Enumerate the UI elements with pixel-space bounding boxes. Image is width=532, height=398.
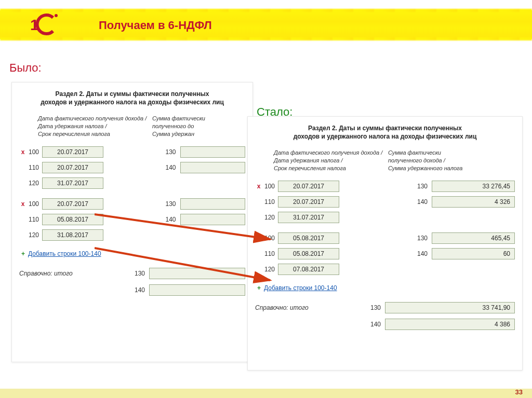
line-code: 100 — [262, 235, 278, 242]
date-field[interactable]: 05.08.2017 — [278, 232, 339, 244]
date-field[interactable]: 05.08.2017 — [42, 214, 103, 225]
line-code: 100 — [262, 183, 278, 190]
add-rows-link-now[interactable]: + Добавить строки 100-140 — [257, 284, 515, 292]
form-row: 11020.07.20171404 326 — [255, 195, 515, 209]
delete-x-icon[interactable]: x — [255, 235, 262, 242]
label-was: Было: — [9, 61, 42, 75]
line-code: 120 — [26, 231, 42, 239]
line-code: 100 — [26, 200, 42, 208]
column-headers-now: Дата фактического получения дохода / Дат… — [274, 149, 515, 172]
form-row: x10020.07.2017130 — [19, 145, 245, 159]
form-row: 12031.08.2017 — [19, 228, 245, 242]
date-field[interactable]: 05.08.2017 — [278, 248, 339, 259]
header: 1 Получаем в 6-НДФЛ — [0, 5, 532, 44]
line-code: 120 — [262, 266, 278, 273]
date-field[interactable]: 20.07.2017 — [42, 162, 103, 173]
row-block: x10005.08.2017130465,4511005.08.20171406… — [255, 231, 515, 276]
line-code: 110 — [26, 216, 42, 223]
column-headers-was: Дата фактического получения дохода / Дат… — [38, 115, 245, 138]
delete-x-icon[interactable]: x — [19, 148, 26, 156]
amount-field[interactable] — [180, 214, 246, 225]
date-field[interactable]: 31.07.2017 — [42, 177, 103, 189]
amount-field[interactable]: 465,45 — [432, 232, 515, 244]
form-row: x10020.07.201713033 276,45 — [255, 180, 515, 193]
row-block: x10020.07.201713033 276,4511020.07.20171… — [255, 180, 515, 224]
date-field[interactable]: 31.08.2017 — [42, 229, 103, 241]
line-code-right: 140 — [411, 250, 432, 257]
plus-icon: + — [257, 284, 261, 292]
line-code: 120 — [262, 214, 278, 221]
form-row: 11005.08.2017140 — [19, 213, 245, 226]
form-row: 11005.08.201714060 — [255, 247, 515, 260]
date-field[interactable]: 20.07.2017 — [278, 196, 339, 208]
panel-was: Раздел 2. Даты и суммы фактически получе… — [11, 82, 253, 362]
amount-field[interactable]: 60 — [432, 248, 515, 259]
row-block: x10020.07.201713011020.07.201714012031.0… — [19, 145, 245, 190]
section-title-now: Раздел 2. Даты и суммы фактически получе… — [255, 124, 515, 141]
page-number: 33 — [515, 388, 523, 396]
plus-icon: + — [21, 250, 25, 257]
form-row: 12007.08.2017 — [255, 263, 515, 276]
footer-bar — [0, 389, 532, 398]
delete-x-icon[interactable]: x — [255, 183, 262, 190]
row-block: x10020.07.201713011005.08.201714012031.0… — [19, 197, 245, 242]
line-code-right: 130 — [159, 200, 180, 208]
section-title-was: Раздел 2. Даты и суммы фактически получе… — [19, 90, 245, 106]
line-code: 110 — [262, 250, 278, 257]
line-code: 110 — [26, 164, 42, 171]
amount-field[interactable] — [180, 162, 246, 173]
form-row: 11020.07.2017140 — [19, 161, 245, 174]
svg-point-1 — [55, 14, 58, 17]
amount-field[interactable]: 4 326 — [432, 196, 515, 208]
totals-now: Справочно: итого 130 33 741,90 140 4 386 — [255, 301, 515, 331]
header-highlight — [0, 10, 532, 39]
add-rows-text[interactable]: Добавить строки 100-140 — [28, 250, 101, 257]
page-title: Получаем в 6-НДФЛ — [99, 19, 212, 32]
date-field[interactable]: 20.07.2017 — [42, 198, 103, 210]
panel-now: Раздел 2. Даты и суммы фактически получе… — [247, 116, 523, 370]
form-row: 12031.07.2017 — [255, 211, 515, 224]
totals-label: Справочно: итого — [19, 270, 128, 277]
total-130-now[interactable]: 33 741,90 — [385, 302, 515, 313]
line-code: 120 — [26, 180, 42, 187]
line-code-right: 130 — [159, 148, 180, 156]
date-field[interactable]: 07.08.2017 — [278, 264, 339, 275]
form-row: x10020.07.2017130 — [19, 197, 245, 211]
amount-field[interactable] — [180, 198, 246, 210]
totals-was: Справочно: итого 130 140 — [19, 267, 245, 297]
add-rows-text[interactable]: Добавить строки 100-140 — [264, 284, 337, 292]
total-140-now[interactable]: 4 386 — [385, 319, 515, 330]
delete-x-icon[interactable]: x — [19, 200, 26, 208]
form-row: x10005.08.2017130465,45 — [255, 231, 515, 245]
total-130-was[interactable] — [149, 268, 245, 279]
add-rows-link-was[interactable]: + Добавить строки 100-140 — [21, 250, 245, 257]
line-code-right: 130 — [411, 235, 432, 242]
date-field[interactable]: 31.07.2017 — [278, 212, 339, 223]
form-row: 12031.07.2017 — [19, 176, 245, 190]
date-field[interactable]: 20.07.2017 — [42, 146, 103, 158]
line-code-right: 140 — [159, 164, 180, 171]
line-code-right: 140 — [159, 216, 180, 223]
total-140-was[interactable] — [149, 284, 245, 296]
totals-label: Справочно: итого — [255, 304, 364, 311]
logo-1c: 1 — [30, 12, 60, 36]
line-code: 110 — [262, 198, 278, 205]
amount-field[interactable]: 33 276,45 — [432, 181, 515, 192]
date-field[interactable]: 20.07.2017 — [278, 181, 339, 192]
amount-field[interactable] — [180, 146, 246, 158]
line-code-right: 130 — [411, 183, 432, 190]
line-code-right: 140 — [411, 198, 432, 205]
line-code: 100 — [26, 148, 42, 156]
